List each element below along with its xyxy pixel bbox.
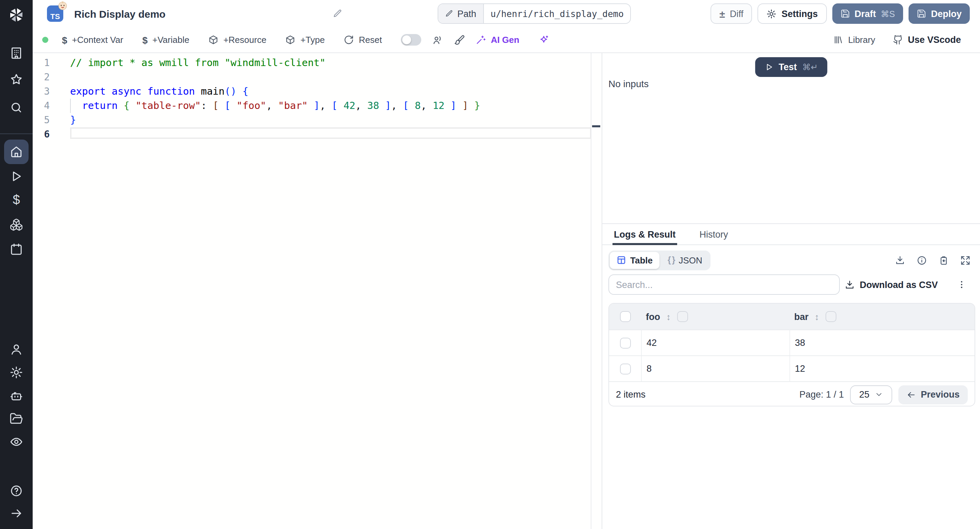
column-filter-box[interactable] xyxy=(825,311,836,322)
test-button[interactable]: Test ⌘↵ xyxy=(755,57,827,77)
ai-gen-button[interactable]: AI Gen xyxy=(476,35,519,45)
sidebar-item-help[interactable] xyxy=(0,484,33,498)
format-button[interactable] xyxy=(454,34,465,45)
expand-icon[interactable] xyxy=(960,255,970,265)
cell-bar: 38 xyxy=(789,330,975,355)
diff-button[interactable]: ± Diff xyxy=(711,3,752,24)
header: TS Rich Display demo Path u/henri/rich_d… xyxy=(33,0,980,28)
info-icon[interactable] xyxy=(917,255,927,265)
sidebar-divider xyxy=(0,134,33,134)
sidebar-item-workspace[interactable] xyxy=(0,46,33,60)
save-icon xyxy=(840,9,850,18)
robot-icon xyxy=(10,389,23,402)
page-indicator: Page: 1 / 1 xyxy=(799,389,844,400)
home-icon xyxy=(10,145,23,159)
sidebar-item-ai[interactable] xyxy=(0,389,33,402)
path-label: Path xyxy=(438,4,484,23)
download-csv-button[interactable]: Download as CSV xyxy=(845,279,938,290)
folder-open-icon xyxy=(10,412,23,425)
download-icon xyxy=(845,279,855,290)
vscode-icon xyxy=(893,35,903,45)
tab-logs-result[interactable]: Logs & Result xyxy=(612,224,677,244)
path-chip[interactable]: Path u/henri/rich_display_demo xyxy=(438,3,631,24)
deploy-button[interactable]: Deploy xyxy=(908,3,970,24)
code-line xyxy=(70,127,588,142)
add-resource-button[interactable]: +Resource xyxy=(208,35,266,45)
column-header-bar[interactable]: bar xyxy=(794,311,808,322)
package-icon xyxy=(208,35,218,45)
draft-button[interactable]: Draft ⌘S xyxy=(832,3,903,24)
pencil-icon xyxy=(445,10,453,18)
add-variable-button[interactable]: $ +Variable xyxy=(142,34,189,45)
sidebar-item-audit[interactable] xyxy=(0,435,33,449)
edit-title-button[interactable] xyxy=(333,9,342,18)
play-icon xyxy=(764,63,773,72)
view-table-button[interactable]: Table xyxy=(610,252,659,269)
code-line: // import * as wmill from "windmill-clie… xyxy=(70,56,588,70)
settings-button[interactable]: Settings xyxy=(758,3,827,24)
ai-sparkles-button[interactable] xyxy=(538,34,549,45)
table-body: 4238812 xyxy=(609,330,975,381)
user-icon xyxy=(10,343,23,356)
select-all-checkbox[interactable] xyxy=(620,311,630,322)
add-type-button[interactable]: +Type xyxy=(285,35,325,45)
code-line xyxy=(70,70,588,84)
sidebar-item-schedules[interactable] xyxy=(0,242,33,256)
download-icon[interactable] xyxy=(895,255,905,265)
status-dot xyxy=(42,37,48,43)
line-number: 4 xyxy=(33,99,50,113)
cursor-position-marker xyxy=(592,125,600,127)
diff-mode-toggle[interactable] xyxy=(401,34,421,46)
table-icon xyxy=(617,255,626,265)
previous-page-button[interactable]: Previous xyxy=(898,385,968,404)
sidebar-item-resources[interactable] xyxy=(0,218,33,231)
sidebar-item-search[interactable] xyxy=(0,101,33,115)
code-editor[interactable]: 1 2 3 4 5 6 // import * as wmill from "w… xyxy=(33,53,601,529)
sidebar-collapse[interactable] xyxy=(0,507,33,520)
sort-icon[interactable]: ↕ xyxy=(666,311,671,322)
pencil-icon xyxy=(333,9,342,18)
add-context-var-button[interactable]: $ +Context Var xyxy=(62,34,123,45)
editor-toolbar: $ +Context Var $ +Variable +Resource +Ty… xyxy=(33,27,980,53)
search-input[interactable] xyxy=(608,274,840,295)
sidebar-item-runs[interactable] xyxy=(0,169,33,183)
windmill-logo-icon[interactable] xyxy=(0,6,33,24)
sidebar-item-favorites[interactable] xyxy=(0,73,33,86)
path-value: u/henri/rich_display_demo xyxy=(484,4,630,23)
reset-button[interactable]: Reset xyxy=(344,35,382,45)
sidebar-item-folders[interactable] xyxy=(0,412,33,425)
view-json-button[interactable]: { } JSON xyxy=(661,252,709,269)
play-icon xyxy=(10,169,23,183)
line-number: 5 xyxy=(33,113,50,127)
library-icon xyxy=(833,35,843,45)
wand-icon xyxy=(476,35,486,45)
sort-icon[interactable]: ↕ xyxy=(815,311,819,322)
sidebar-item-users[interactable] xyxy=(0,343,33,356)
use-vscode-button[interactable]: Use VScode xyxy=(893,35,961,45)
collaboration-button[interactable] xyxy=(432,34,443,45)
row-checkbox[interactable] xyxy=(620,363,630,374)
tab-history[interactable]: History xyxy=(698,224,730,244)
gear-icon xyxy=(10,366,23,379)
editor-scrollbar[interactable] xyxy=(591,53,601,529)
library-button[interactable]: Library xyxy=(833,35,875,45)
row-checkbox[interactable] xyxy=(620,337,630,348)
code-line: return { "table-row": [ [ "foo", "bar" ]… xyxy=(70,99,588,113)
calendar-icon xyxy=(10,242,23,256)
cell-foo: 42 xyxy=(641,330,789,355)
table-options-button[interactable] xyxy=(957,280,966,289)
app: $ xyxy=(0,0,980,529)
copy-to-clipboard-icon[interactable] xyxy=(939,255,949,265)
test-shortcut: ⌘↵ xyxy=(802,62,818,72)
sidebar-item-home[interactable] xyxy=(4,140,29,164)
chevron-down-icon xyxy=(875,391,883,398)
page-size-select[interactable]: 25 xyxy=(850,385,892,404)
column-header-foo[interactable]: foo xyxy=(646,311,660,322)
column-filter-box[interactable] xyxy=(677,311,688,322)
eye-icon xyxy=(10,435,23,449)
code-lines[interactable]: // import * as wmill from "windmill-clie… xyxy=(70,56,588,142)
line-numbers: 1 2 3 4 5 6 xyxy=(33,56,50,142)
line-number: 2 xyxy=(33,70,50,84)
sidebar-item-variables[interactable]: $ xyxy=(0,193,33,207)
sidebar-item-settings[interactable] xyxy=(0,366,33,379)
